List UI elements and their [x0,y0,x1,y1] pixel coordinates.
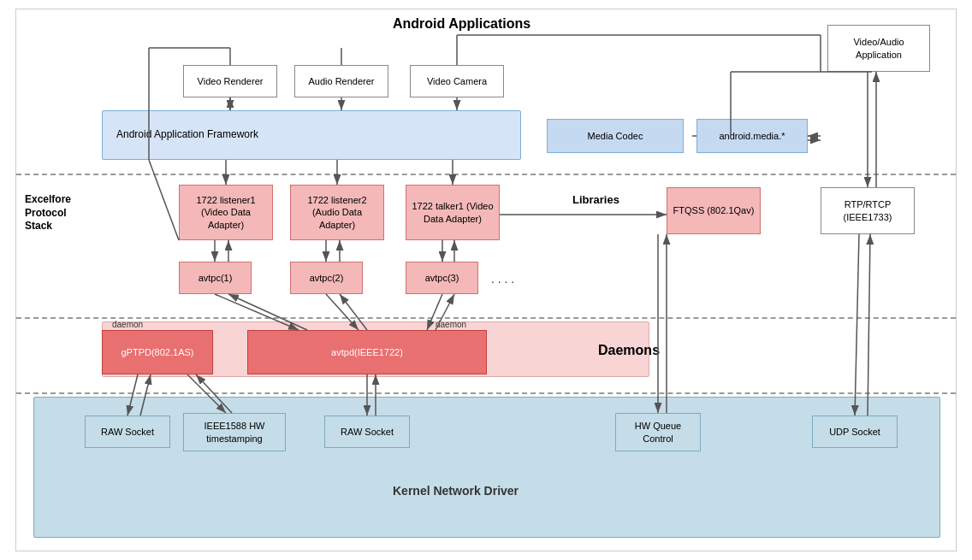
daemons-label: Daemons [598,343,660,358]
divider-3 [16,392,956,394]
daemon-label-2: daemon [436,320,466,329]
raw-socket2-box: RAW Socket [324,416,410,448]
ieee1588-box: IEEE1588 HW timestamping [183,413,286,451]
rtp-rtcp-box: RTP/RTCP (IEEE1733) [821,187,915,234]
divider-1 [16,174,956,175]
android-media-box: android.media.* [696,119,808,153]
listener1-box: 1722 listener1 (Video Data Adapter) [179,185,273,240]
ftqss-box: FTQSS (802.1Qav) [667,187,761,234]
excelfore-label: ExcelforeProtocolStack [25,193,102,233]
svg-line-45 [149,160,179,240]
video-audio-app-box: Video/Audio Application [827,25,930,72]
audio-renderer-box: Audio Renderer [294,65,388,97]
listener2-box: 1722 listener2 (Audio Data Adapter) [290,185,384,240]
kernel-driver-label: Kernel Network Driver [393,484,519,498]
video-renderer-box: Video Renderer [183,65,277,97]
libraries-label: Libraries [572,193,619,206]
media-codec-box: Media Codec [547,119,684,153]
raw-socket1-box: RAW Socket [85,416,170,448]
divider-2 [16,317,956,319]
avtpc2-box: avtpc(2) [290,262,363,294]
avtpc1-box: avtpc(1) [179,262,252,294]
app-framework-label: Android Application Framework [102,110,273,160]
talker1-box: 1722 talker1 (Video Data Adapter) [406,185,500,240]
hw-queue-box: HW Queue Control [615,413,701,451]
dots-label: . . . . [491,272,514,286]
svg-line-35 [855,234,859,416]
udp-socket-box: UDP Socket [812,416,898,448]
avtpd-box: avtpd(IEEE1722) [247,330,487,374]
svg-line-36 [868,234,870,416]
video-camera-box: Video Camera [410,65,504,97]
diagram-container: Android Applications Video/Audio Applica… [15,9,957,551]
avtpc3-box: avtpc(3) [406,262,478,294]
daemon-label-1: daemon [112,320,143,329]
android-applications-label: Android Applications [393,16,530,32]
gptpd-box: gPTPD(802.1AS) [102,330,213,374]
